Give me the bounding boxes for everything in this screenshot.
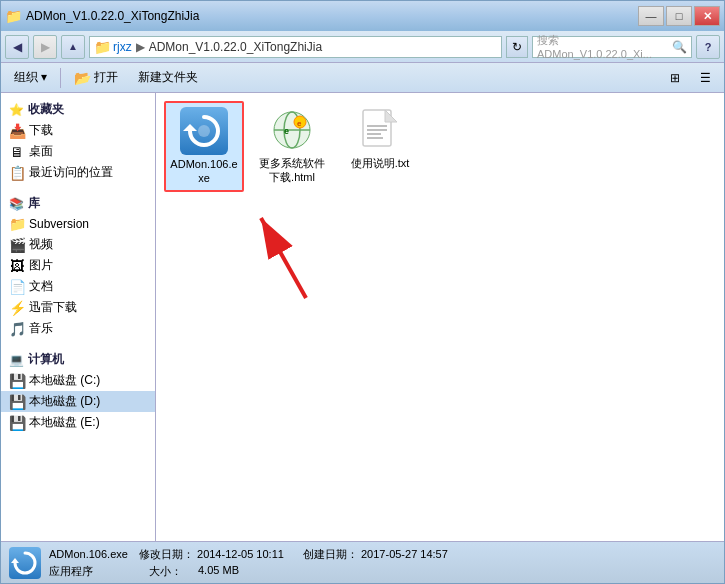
window-title: ADMon_V1.0.22.0_XiTongZhiJia: [26, 9, 199, 23]
video-icon: 🎬: [9, 237, 25, 253]
explorer-window: 📁 ADMon_V1.0.22.0_XiTongZhiJia — □ ✕ ◀ ▶…: [0, 0, 725, 584]
downloads-icon: 📥: [9, 123, 25, 139]
sidebar-item-label: 音乐: [29, 320, 53, 337]
sidebar-item-subversion[interactable]: 📁 Subversion: [1, 214, 155, 234]
txt-file-icon: [361, 108, 399, 152]
toolbar: 组织 ▾ 📂 打开 新建文件夹 ⊞ ☰: [1, 63, 724, 93]
main-content: ⭐ 收藏夹 📥 下载 🖥 桌面 📋 最近访问的位置: [1, 93, 724, 541]
sidebar-item-pictures[interactable]: 🖼 图片: [1, 255, 155, 276]
sidebar-item-label: 下载: [29, 122, 53, 139]
sidebar-item-thunder[interactable]: ⚡ 迅雷下载: [1, 297, 155, 318]
drive-c-icon: 💾: [9, 373, 25, 389]
back-button[interactable]: ◀: [5, 35, 29, 59]
sidebar-item-label: 图片: [29, 257, 53, 274]
computer-header: 💻 计算机: [1, 347, 155, 370]
open-icon: 📂: [74, 70, 91, 86]
window-icon: 📁: [5, 8, 22, 24]
drive-d-icon: 💾: [9, 394, 25, 410]
library-icon: 📚: [9, 197, 24, 211]
file-item-txt[interactable]: 使用说明.txt: [340, 101, 420, 192]
html-file-label: 更多系统软件下载.html: [257, 156, 327, 185]
recent-icon: 📋: [9, 165, 25, 181]
close-button[interactable]: ✕: [694, 6, 720, 26]
status-row-2: 应用程序 大小： 4.05 MB: [49, 564, 716, 579]
view-mode-button[interactable]: ⊞: [661, 66, 689, 90]
toolbar-right: ⊞ ☰: [661, 66, 720, 90]
forward-button[interactable]: ▶: [33, 35, 57, 59]
new-folder-label: 新建文件夹: [138, 69, 198, 86]
music-icon: 🎵: [9, 321, 25, 337]
up-button[interactable]: ▲: [61, 35, 85, 59]
sidebar-item-label: 桌面: [29, 143, 53, 160]
sidebar-item-desktop[interactable]: 🖥 桌面: [1, 141, 155, 162]
sidebar-item-label: 最近访问的位置: [29, 164, 113, 181]
status-file-icon: [9, 547, 41, 579]
status-size-label: 大小：: [149, 564, 182, 579]
sidebar-item-drive-e[interactable]: 💾 本地磁盘 (E:): [1, 412, 155, 433]
sidebar-item-drive-d[interactable]: 💾 本地磁盘 (D:): [1, 391, 155, 412]
status-modify-label: 修改日期：: [139, 548, 194, 560]
status-row-1: ADMon.106.exe 修改日期： 2014-12-05 10:11 创建日…: [49, 547, 716, 562]
breadcrumb-part2[interactable]: ADMon_V1.0.22.0_XiTongZhiJia: [149, 40, 322, 54]
minimize-button[interactable]: —: [638, 6, 664, 26]
computer-section: 💻 计算机 💾 本地磁盘 (C:) 💾 本地磁盘 (D:) 💾 本地磁盘 (E:…: [1, 347, 155, 433]
arrow-annotation: [241, 198, 331, 311]
sidebar: ⭐ 收藏夹 📥 下载 🖥 桌面 📋 最近访问的位置: [1, 93, 156, 541]
html-file-icon: e e: [272, 110, 312, 150]
sidebar-item-drive-c[interactable]: 💾 本地磁盘 (C:): [1, 370, 155, 391]
favorites-label: 收藏夹: [28, 101, 64, 118]
pictures-icon: 🖼: [9, 258, 25, 274]
svg-text:e: e: [284, 126, 289, 136]
open-label: 打开: [94, 69, 118, 86]
status-modify-date: 2014-12-05 10:11: [197, 548, 284, 560]
arrow-svg: [241, 198, 331, 308]
sidebar-item-music[interactable]: 🎵 音乐: [1, 318, 155, 339]
search-placeholder: 搜索 ADMon_V1.0.22.0_Xi...: [537, 33, 672, 60]
organize-label: 组织 ▾: [14, 69, 47, 86]
file-item-admon[interactable]: ADMon.106.exe: [164, 101, 244, 192]
computer-icon: 💻: [9, 353, 24, 367]
computer-label: 计算机: [28, 351, 64, 368]
status-size-value: 4.05 MB: [198, 564, 239, 579]
open-button[interactable]: 📂 打开: [65, 66, 127, 90]
search-bar[interactable]: 搜索 ADMon_V1.0.22.0_Xi... 🔍: [532, 36, 692, 58]
sidebar-item-recent[interactable]: 📋 最近访问的位置: [1, 162, 155, 183]
svg-line-17: [261, 218, 306, 298]
maximize-button[interactable]: □: [666, 6, 692, 26]
sidebar-item-label: 本地磁盘 (E:): [29, 414, 100, 431]
search-icon: 🔍: [672, 40, 687, 54]
svg-text:e: e: [297, 119, 302, 128]
status-filename-value: ADMon.106.exe: [49, 548, 128, 560]
drive-e-icon: 💾: [9, 415, 25, 431]
view-list-button[interactable]: ☰: [691, 66, 720, 90]
file-grid: ADMon.106.exe e e: [164, 101, 716, 192]
txt-file-label: 使用说明.txt: [351, 156, 410, 170]
sidebar-item-video[interactable]: 🎬 视频: [1, 234, 155, 255]
refresh-button[interactable]: ↻: [506, 36, 528, 58]
breadcrumb-part1[interactable]: rjxz: [113, 40, 132, 54]
sidebar-item-documents[interactable]: 📄 文档: [1, 276, 155, 297]
new-folder-button[interactable]: 新建文件夹: [129, 66, 207, 90]
title-buttons: — □ ✕: [638, 6, 720, 26]
sidebar-item-downloads[interactable]: 📥 下载: [1, 120, 155, 141]
file-area[interactable]: ADMon.106.exe e e: [156, 93, 724, 541]
sidebar-item-label: Subversion: [29, 217, 89, 231]
favorites-section: ⭐ 收藏夹 📥 下载 🖥 桌面 📋 最近访问的位置: [1, 97, 155, 183]
txt-icon-container: [356, 106, 404, 154]
svg-point-2: [198, 125, 210, 137]
title-bar: 📁 ADMon_V1.0.22.0_XiTongZhiJia — □ ✕: [1, 1, 724, 31]
breadcrumb[interactable]: 📁 rjxz ▶ ADMon_V1.0.22.0_XiTongZhiJia: [89, 36, 502, 58]
toolbar-separator-1: [60, 68, 61, 88]
organize-button[interactable]: 组织 ▾: [5, 66, 56, 90]
help-button[interactable]: ?: [696, 35, 720, 59]
file-item-html[interactable]: e e 更多系统软件下载.html: [252, 101, 332, 192]
library-label: 库: [28, 195, 40, 212]
breadcrumb-separator: ▶: [136, 40, 145, 54]
sidebar-item-label: 本地磁盘 (D:): [29, 393, 100, 410]
status-create-label: 创建日期：: [303, 548, 358, 560]
status-icon-svg: [9, 547, 41, 579]
status-info: ADMon.106.exe 修改日期： 2014-12-05 10:11 创建日…: [49, 547, 716, 579]
sidebar-item-label: 本地磁盘 (C:): [29, 372, 100, 389]
desktop-icon: 🖥: [9, 144, 25, 160]
sidebar-item-label: 文档: [29, 278, 53, 295]
